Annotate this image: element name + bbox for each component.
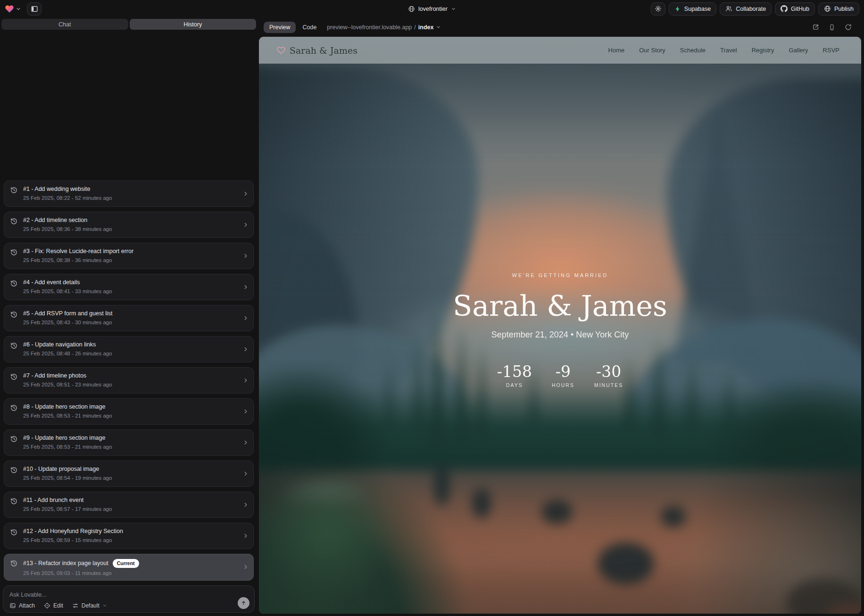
history-item[interactable]: #10 - Update proposal image25 Feb 2025, … — [4, 460, 254, 487]
countdown-cell: -158DAYS — [497, 362, 532, 388]
history-item-title: #2 - Add timeline section — [23, 217, 87, 224]
prompt-input[interactable] — [9, 591, 176, 598]
tab-code[interactable]: Code — [302, 24, 316, 31]
panel-left-icon — [31, 5, 38, 13]
countdown-label: DAYS — [497, 382, 532, 388]
phone-icon — [829, 24, 835, 31]
project-switcher[interactable]: lovefrontier — [408, 5, 456, 12]
history-item[interactable]: #9 - Update hero section image25 Feb 202… — [4, 429, 254, 456]
chevron-down-icon — [102, 603, 107, 608]
history-item-timestamp: 25 Feb 2025, 08:53 - 21 minutes ago — [23, 444, 239, 450]
history-item-title: #10 - Update proposal image — [23, 466, 99, 473]
arrow-up-icon — [241, 600, 247, 606]
history-icon — [10, 435, 17, 443]
chevron-right-icon — [242, 377, 249, 384]
site-brand[interactable]: Sarah & James — [277, 45, 357, 56]
history-item-timestamp: 25 Feb 2025, 08:48 - 26 minutes ago — [23, 351, 239, 356]
site-nav-link-home[interactable]: Home — [608, 47, 625, 54]
history-item[interactable]: #6 - Update navigation links25 Feb 2025,… — [4, 336, 254, 362]
mode-default-dropdown[interactable]: Default — [72, 602, 107, 609]
history-item[interactable]: #11 - Add brunch event25 Feb 2025, 08:57… — [4, 492, 254, 518]
history-item-title: #3 - Fix: Resolve Lucide-react import er… — [23, 248, 133, 255]
chevron-down-icon — [16, 6, 21, 12]
preview-toolbar: Preview Code preview--lovefrontier.lovab… — [259, 17, 861, 37]
chevron-right-icon — [242, 222, 249, 228]
history-item-title: #8 - Update hero section image — [23, 403, 105, 411]
supabase-button[interactable]: Supabase — [669, 2, 716, 16]
lovable-logo-menu[interactable] — [5, 4, 21, 14]
site-nav-link-travel[interactable]: Travel — [720, 47, 737, 54]
site-nav-link-schedule[interactable]: Schedule — [680, 47, 706, 54]
site-nav-link-gallery[interactable]: Gallery — [789, 47, 808, 54]
chevron-right-icon — [242, 470, 249, 477]
history-icon — [10, 311, 17, 318]
chevron-right-icon — [242, 533, 249, 539]
chevron-right-icon — [242, 190, 249, 197]
history-item-timestamp: 25 Feb 2025, 08:43 - 30 minutes ago — [23, 320, 239, 325]
chevron-right-icon — [242, 439, 249, 446]
settings-button[interactable] — [651, 2, 665, 16]
tab-preview[interactable]: Preview — [264, 22, 296, 33]
history-icon — [10, 560, 17, 567]
site-nav-link-rsvp[interactable]: RSVP — [823, 47, 839, 54]
mobile-view-button[interactable] — [829, 24, 835, 31]
app-topbar: lovefrontier Supabase Collaborate — [0, 0, 864, 17]
sliders-icon — [72, 602, 79, 609]
countdown-cell: -9HOURS — [550, 362, 576, 388]
history-icon — [10, 218, 17, 225]
hero-section: WE'RE GETTING MARRIED Sarah & James Sept… — [259, 37, 861, 614]
history-item-title: #9 - Update hero section image — [23, 435, 105, 442]
site-header: Sarah & James HomeOur StoryScheduleTrave… — [259, 37, 861, 64]
history-item-timestamp: 25 Feb 2025, 08:51 - 23 minutes ago — [23, 382, 239, 387]
history-icon — [10, 498, 17, 505]
refresh-button[interactable] — [845, 24, 852, 31]
history-icon — [10, 529, 17, 536]
sidebar-toggle-button[interactable] — [27, 2, 42, 16]
attach-button[interactable]: Attach — [9, 602, 35, 609]
history-icon — [10, 249, 17, 256]
preview-url[interactable]: preview--lovefrontier.lovable.app / inde… — [327, 24, 441, 31]
collaborate-button[interactable]: Collaborate — [720, 2, 772, 16]
github-button[interactable]: GitHub — [775, 2, 815, 16]
refresh-icon — [845, 24, 852, 31]
history-item-title: #5 - Add RSVP form and guest list — [23, 310, 112, 318]
history-item-title: #4 - Add event details — [23, 279, 80, 287]
sidebar-tabs: Chat History — [0, 18, 258, 30]
site-nav-link-registry[interactable]: Registry — [752, 47, 774, 54]
history-item[interactable]: #13 - Refactor index page layoutCurrent2… — [4, 554, 254, 581]
edit-select-button[interactable]: Edit — [44, 602, 63, 609]
countdown-value: -30 — [594, 362, 623, 381]
history-item[interactable]: #8 - Update hero section image25 Feb 202… — [4, 398, 254, 425]
history-item[interactable]: #7 - Add timeline photos25 Feb 2025, 08:… — [4, 367, 254, 394]
history-item[interactable]: #3 - Fix: Resolve Lucide-react import er… — [4, 243, 254, 269]
history-item[interactable]: #1 - Add wedding website25 Feb 2025, 08:… — [4, 181, 254, 207]
url-page: index — [418, 24, 434, 31]
open-in-new-tab-button[interactable] — [812, 24, 819, 31]
gear-icon — [655, 5, 662, 12]
site-nav-link-our-story[interactable]: Our Story — [639, 47, 665, 54]
history-list: #1 - Add wedding website25 Feb 2025, 08:… — [0, 30, 258, 581]
people-icon — [725, 5, 732, 12]
send-button[interactable] — [238, 597, 249, 609]
countdown-label: HOURS — [550, 382, 576, 388]
history-item-title: #1 - Add wedding website — [23, 186, 90, 193]
countdown: -158DAYS-9HOURS-30MINUTES — [497, 362, 623, 388]
hero-eyebrow: WE'RE GETTING MARRIED — [512, 272, 608, 278]
history-item[interactable]: #4 - Add event details25 Feb 2025, 08:41… — [4, 274, 254, 300]
publish-button[interactable]: Publish — [818, 2, 859, 16]
history-icon — [10, 342, 17, 349]
crosshair-target-icon — [44, 602, 50, 609]
supabase-bolt-icon — [674, 6, 681, 12]
url-host: preview--lovefrontier.lovable.app — [327, 24, 412, 31]
chevron-right-icon — [242, 501, 249, 508]
history-item[interactable]: #12 - Add Honeyfund Registry Section25 F… — [4, 523, 254, 549]
history-item[interactable]: #5 - Add RSVP form and guest list25 Feb … — [4, 305, 254, 331]
history-item[interactable]: #2 - Add timeline section25 Feb 2025, 08… — [4, 212, 254, 238]
tab-chat[interactable]: Chat — [1, 19, 128, 30]
history-icon — [10, 280, 17, 287]
history-item-title: #6 - Update navigation links — [23, 341, 96, 349]
external-link-icon — [812, 24, 819, 31]
tab-history[interactable]: History — [130, 19, 257, 30]
history-icon — [10, 373, 17, 380]
countdown-value: -158 — [497, 362, 532, 381]
